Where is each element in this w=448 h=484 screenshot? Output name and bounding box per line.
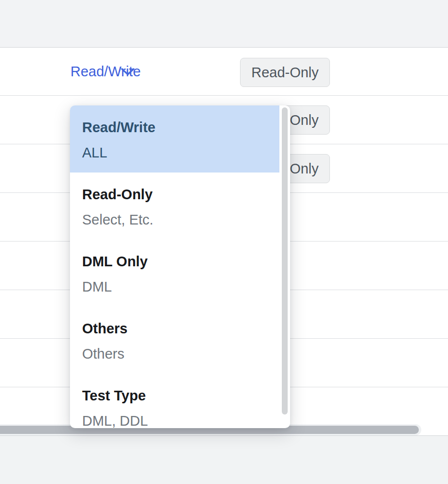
- table-header-area: [0, 0, 448, 48]
- dropdown-option-others[interactable]: Others Others: [70, 307, 290, 374]
- dropdown-option-dml-only[interactable]: DML Only DML: [70, 240, 290, 307]
- option-title: Test Type: [82, 387, 278, 404]
- dropdown-option-test-type[interactable]: Test Type DML, DDL: [70, 374, 290, 428]
- permission-dropdown-menu: Read/Write ALL Read-Only Select, Etc. DM…: [70, 105, 290, 428]
- table-footer-area: [0, 435, 448, 484]
- option-subtitle: Select, Etc.: [82, 211, 278, 228]
- dropdown-option-read-write[interactable]: Read/Write ALL: [70, 105, 279, 173]
- option-title: Read-Only: [82, 186, 278, 203]
- option-title: Read/Write: [82, 119, 267, 136]
- chevron-down-icon[interactable]: [121, 48, 135, 95]
- option-title: Others: [82, 320, 278, 337]
- option-subtitle: DML: [82, 278, 278, 295]
- option-subtitle: ALL: [82, 144, 267, 161]
- option-title: DML Only: [82, 253, 278, 270]
- read-only-button[interactable]: Read-Only: [240, 58, 330, 87]
- table-row: Read/Write Read-Only: [0, 48, 448, 96]
- option-subtitle: DML, DDL: [82, 412, 278, 428]
- dropdown-option-read-only[interactable]: Read-Only Select, Etc.: [70, 173, 290, 240]
- dropdown-scrollbar-thumb[interactable]: [282, 107, 288, 415]
- option-subtitle: Others: [82, 345, 278, 363]
